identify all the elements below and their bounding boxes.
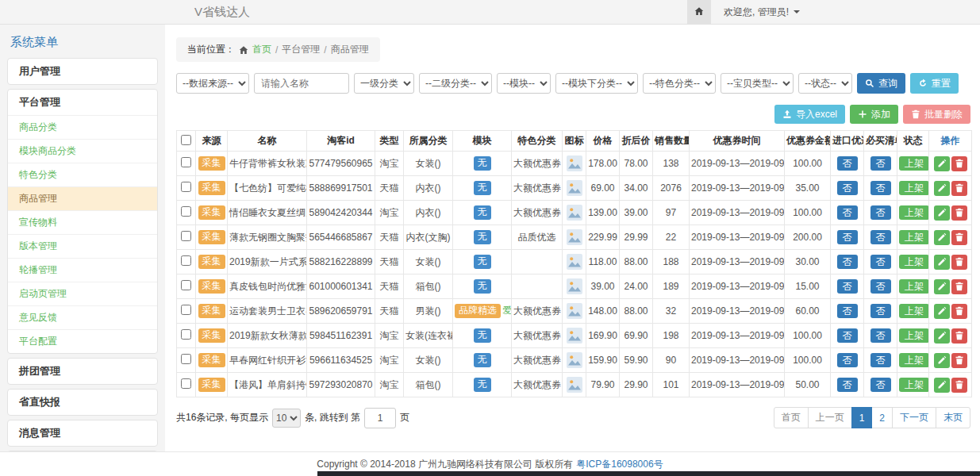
page-button[interactable]: 下一页 [892,407,936,428]
sidebar-item[interactable]: 版本管理 [8,234,157,258]
import-select-button[interactable]: 否 [837,353,858,367]
sidebar-item[interactable]: 拼团管理 [8,359,157,384]
sidebar-item[interactable]: 启动页管理 [8,282,157,305]
delete-button[interactable] [951,353,967,368]
edit-button[interactable] [934,328,950,344]
row-checkbox[interactable] [181,354,191,364]
row-checkbox[interactable] [181,231,191,241]
icp-link[interactable]: 粤ICP备16098006号 [576,458,663,471]
name-search-input[interactable] [254,73,349,94]
import-select-button[interactable]: 否 [837,205,858,220]
page-button[interactable]: 2 [871,407,893,428]
edit-button[interactable] [934,353,950,368]
must-buy-button[interactable]: 否 [870,156,891,171]
status-button[interactable]: 上架 [899,279,929,294]
row-checkbox[interactable] [181,305,191,315]
status-button[interactable]: 上架 [899,328,929,343]
module-subcategory-select[interactable]: --模块下分类-- [555,73,638,94]
sidebar-item[interactable]: 宣传物料 [8,210,157,234]
sidebar-item[interactable]: 消息管理 [8,420,157,446]
status-button[interactable]: 上架 [899,353,929,367]
status-button[interactable]: 上架 [899,378,929,392]
delete-button[interactable] [951,328,967,344]
must-buy-button[interactable]: 否 [870,230,891,244]
import-select-button[interactable]: 否 [837,279,858,294]
sidebar-item[interactable]: 轮播管理 [8,258,157,282]
edit-button[interactable] [934,156,950,171]
must-buy-button[interactable]: 否 [870,279,891,294]
row-checkbox[interactable] [181,206,191,217]
delete-button[interactable] [951,205,967,221]
batch-delete-button[interactable]: 批量删除 [903,105,970,124]
status-button[interactable]: 上架 [899,205,929,220]
sidebar-item[interactable]: 意见反馈 [8,305,157,329]
must-buy-button[interactable]: 否 [870,181,891,195]
sidebar-item[interactable]: 省直快报 [8,390,157,415]
edit-button[interactable] [934,304,950,319]
row-checkbox[interactable] [181,280,191,290]
must-buy-button[interactable]: 否 [870,328,891,343]
edit-button[interactable] [934,230,950,245]
import-select-button[interactable]: 否 [837,378,858,392]
status-button[interactable]: 上架 [899,156,929,171]
status-button[interactable]: 上架 [899,255,929,269]
search-button[interactable]: 查询 [857,73,905,94]
row-checkbox[interactable] [181,329,191,340]
status-button[interactable]: 上架 [899,181,929,195]
delete-button[interactable] [951,156,967,171]
import-excel-button[interactable]: 导入excel [774,105,845,124]
row-checkbox[interactable] [181,378,191,389]
data-source-select[interactable]: --数据来源-- [176,73,249,94]
page-button[interactable]: 1 [851,407,873,428]
sidebar-item[interactable]: 商品管理 [8,186,157,210]
level1-category-select[interactable]: 一级分类 [354,73,414,94]
must-buy-button[interactable]: 否 [870,353,891,367]
must-buy-button[interactable]: 否 [870,255,891,269]
row-checkbox[interactable] [181,157,191,167]
delete-button[interactable] [951,181,967,196]
import-select-button[interactable]: 否 [837,328,858,343]
reset-button[interactable]: 重置 [910,73,959,94]
import-select-button[interactable]: 否 [837,230,858,244]
user-menu[interactable]: 欢迎您, 管理员! [724,6,800,19]
sidebar-item[interactable]: 用户管理 [8,59,157,84]
import-select-button[interactable]: 否 [837,181,858,195]
row-checkbox[interactable] [181,255,191,266]
must-buy-button[interactable]: 否 [870,304,891,318]
edit-button[interactable] [934,205,950,221]
delete-button[interactable] [951,304,967,319]
sidebar-item[interactable]: 平台配置 [8,329,157,353]
delete-button[interactable] [951,255,967,270]
delete-button[interactable] [951,230,967,245]
page-button[interactable]: 末页 [936,407,970,428]
page-button[interactable]: 上一页 [808,407,852,428]
status-button[interactable]: 上架 [899,230,929,244]
import-select-button[interactable]: 否 [837,255,858,269]
import-select-button[interactable]: 否 [837,304,858,318]
page-number-input[interactable] [364,408,396,428]
breadcrumb-platform-link[interactable]: 平台管理 [282,43,320,56]
delete-button[interactable] [951,279,967,294]
module-select[interactable]: --模块-- [497,73,551,94]
special-category-select[interactable]: --特色分类-- [643,73,716,94]
sidebar-item[interactable]: 商品分类 [8,115,157,139]
page-button[interactable]: 首页 [774,407,809,428]
sidebar-item[interactable]: 模块商品分类 [8,139,157,163]
select-all-checkbox[interactable] [181,135,191,145]
row-checkbox[interactable] [181,182,191,192]
edit-button[interactable] [934,181,950,196]
breadcrumb-home-link[interactable]: 首页 [252,43,271,56]
status-select[interactable]: --状态-- [798,73,852,94]
add-button[interactable]: 添加 [850,105,898,124]
page-size-select[interactable]: 10 [272,409,301,428]
must-buy-button[interactable]: 否 [870,378,891,392]
level2-category-select[interactable]: --二级分类-- [419,73,492,94]
sidebar-item[interactable]: 平台管理 [8,90,157,115]
item-type-select[interactable]: --宝贝类型-- [721,73,794,94]
edit-button[interactable] [934,255,950,270]
edit-button[interactable] [934,378,950,393]
status-button[interactable]: 上架 [899,304,929,318]
must-buy-button[interactable]: 否 [870,205,891,220]
edit-button[interactable] [934,279,950,294]
home-button[interactable] [687,0,711,24]
